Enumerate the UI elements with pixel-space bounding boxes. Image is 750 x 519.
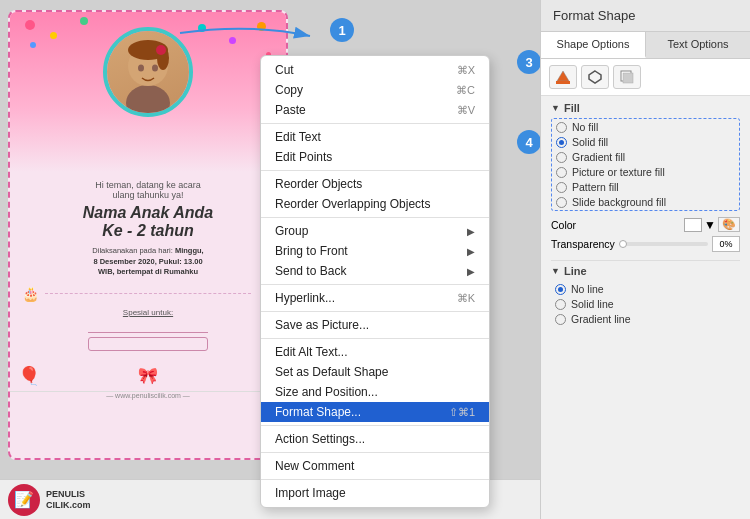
fill-radio-group: No fill Solid fill Gradient fill Picture… [551, 118, 740, 211]
radio-gradient-fill-dot [556, 152, 567, 163]
color-dropdown-icon[interactable]: ▼ [704, 218, 716, 232]
radio-pattern-fill[interactable]: Pattern fill [556, 181, 735, 193]
card-details: Dilaksanakan pada hari: Minggu,8 Desembe… [22, 246, 274, 278]
menu-paste-shortcut: ⌘V [457, 104, 475, 117]
send-back-arrow-icon: ▶ [467, 266, 475, 277]
menu-copy-label: Copy [275, 83, 303, 97]
menu-save-picture[interactable]: Save as Picture... [261, 315, 489, 335]
radio-gradient-fill[interactable]: Gradient fill [556, 151, 735, 163]
line-section: ▼ Line No line Solid line Gradient line [551, 260, 740, 327]
menu-paste-label: Paste [275, 103, 306, 117]
svg-point-4 [156, 45, 166, 55]
radio-no-line[interactable]: No line [555, 283, 736, 295]
menu-import-image-label: Import Image [275, 486, 346, 500]
menu-action-settings[interactable]: Action Settings... [261, 429, 489, 449]
effects-icon-btn[interactable] [613, 65, 641, 89]
radio-slide-bg-fill[interactable]: Slide background fill [556, 196, 735, 208]
menu-size-position[interactable]: Size and Position... [261, 382, 489, 402]
fill-arrow-icon: ▼ [551, 103, 560, 113]
tab-text-options[interactable]: Text Options [646, 32, 750, 58]
color-picker-btn[interactable]: 🎨 [718, 217, 740, 232]
separator [261, 425, 489, 426]
svg-point-6 [152, 65, 158, 72]
fill-label: Fill [564, 102, 580, 114]
menu-bring-front[interactable]: Bring to Front ▶ [261, 241, 489, 261]
format-panel: Format Shape Shape Options Text Options … [540, 0, 750, 519]
menu-new-comment[interactable]: New Comment [261, 456, 489, 476]
menu-group[interactable]: Group ▶ [261, 221, 489, 241]
radio-gradient-line[interactable]: Gradient line [555, 313, 736, 325]
color-row: Color ▼ 🎨 [551, 217, 740, 232]
menu-edit-alt[interactable]: Edit Alt Text... [261, 342, 489, 362]
svg-point-5 [138, 65, 144, 72]
color-label: Color [551, 219, 576, 231]
arrow-1 [170, 18, 325, 48]
card-spesial: Spesial untuk: [22, 308, 274, 317]
group-arrow-icon: ▶ [467, 226, 475, 237]
menu-format-shape[interactable]: Format Shape... ⇧⌘1 [261, 402, 489, 422]
birthday-card: Hi teman, datang ke acara ulang tahunku … [8, 10, 288, 460]
canvas-area: Hi teman, datang ke acara ulang tahunku … [0, 0, 540, 519]
tab-text-options-label: Text Options [667, 38, 728, 50]
radio-gradient-fill-label: Gradient fill [572, 151, 625, 163]
badge-4: 4 [517, 130, 540, 154]
radio-picture-fill[interactable]: Picture or texture fill [556, 166, 735, 178]
transparency-value[interactable]: 0% [712, 236, 740, 252]
radio-no-line-dot [555, 284, 566, 295]
tab-shape-options-label: Shape Options [557, 38, 630, 50]
menu-reorder-overlapping-label: Reorder Overlapping Objects [275, 197, 430, 211]
outline-icon-btn[interactable] [581, 65, 609, 89]
svg-rect-8 [556, 81, 570, 84]
radio-gradient-line-label: Gradient line [571, 313, 631, 325]
menu-paste[interactable]: Paste ⌘V [261, 100, 489, 120]
menu-format-shape-shortcut: ⇧⌘1 [449, 406, 475, 419]
radio-gradient-line-dot [555, 314, 566, 325]
menu-cut[interactable]: Cut ⌘X [261, 60, 489, 80]
menu-edit-points[interactable]: Edit Points [261, 147, 489, 167]
radio-slide-bg-fill-dot [556, 197, 567, 208]
menu-action-settings-label: Action Settings... [275, 432, 365, 446]
card-input-line2 [88, 337, 208, 351]
menu-hyperlink[interactable]: Hyperlink... ⌘K [261, 288, 489, 308]
line-arrow-icon: ▼ [551, 266, 560, 276]
radio-no-fill-dot [556, 122, 567, 133]
svg-marker-9 [589, 71, 601, 83]
badge-3: 3 [517, 50, 540, 74]
card-name: Nama Anak Anda [22, 204, 274, 222]
radio-solid-line[interactable]: Solid line [555, 298, 736, 310]
menu-set-default-label: Set as Default Shape [275, 365, 388, 379]
logo-text: PENULISCILIK.com [46, 489, 91, 511]
menu-send-back[interactable]: Send to Back ▶ [261, 261, 489, 281]
badge-1: 1 [330, 18, 354, 42]
card-invite-text: Hi teman, datang ke acara ulang tahunku … [22, 180, 274, 200]
tab-shape-options[interactable]: Shape Options [541, 32, 646, 58]
menu-format-shape-label: Format Shape... [275, 405, 361, 419]
menu-copy-shortcut: ⌘C [456, 84, 475, 97]
menu-edit-text[interactable]: Edit Text [261, 127, 489, 147]
radio-pattern-fill-dot [556, 182, 567, 193]
radio-solid-fill[interactable]: Solid fill [556, 136, 735, 148]
menu-reorder-objects-label: Reorder Objects [275, 177, 362, 191]
radio-solid-fill-label: Solid fill [572, 136, 608, 148]
menu-reorder-objects[interactable]: Reorder Objects [261, 174, 489, 194]
separator [261, 452, 489, 453]
menu-group-label: Group [275, 224, 308, 238]
menu-copy[interactable]: Copy ⌘C [261, 80, 489, 100]
radio-no-fill[interactable]: No fill [556, 121, 735, 133]
menu-import-image[interactable]: Import Image [261, 483, 489, 503]
radio-no-line-label: No line [571, 283, 604, 295]
separator [261, 217, 489, 218]
menu-set-default[interactable]: Set as Default Shape [261, 362, 489, 382]
separator [261, 311, 489, 312]
menu-edit-alt-label: Edit Alt Text... [275, 345, 347, 359]
panel-icons-row [541, 59, 750, 96]
radio-no-fill-label: No fill [572, 121, 598, 133]
decor-dot [30, 42, 36, 48]
menu-reorder-overlapping[interactable]: Reorder Overlapping Objects [261, 194, 489, 214]
transparency-slider[interactable] [619, 242, 708, 246]
menu-edit-points-label: Edit Points [275, 150, 332, 164]
decor-dot [80, 17, 88, 25]
fill-section-header: ▼ Fill [551, 102, 740, 114]
color-swatch[interactable] [684, 218, 702, 232]
fill-icon-btn[interactable] [549, 65, 577, 89]
